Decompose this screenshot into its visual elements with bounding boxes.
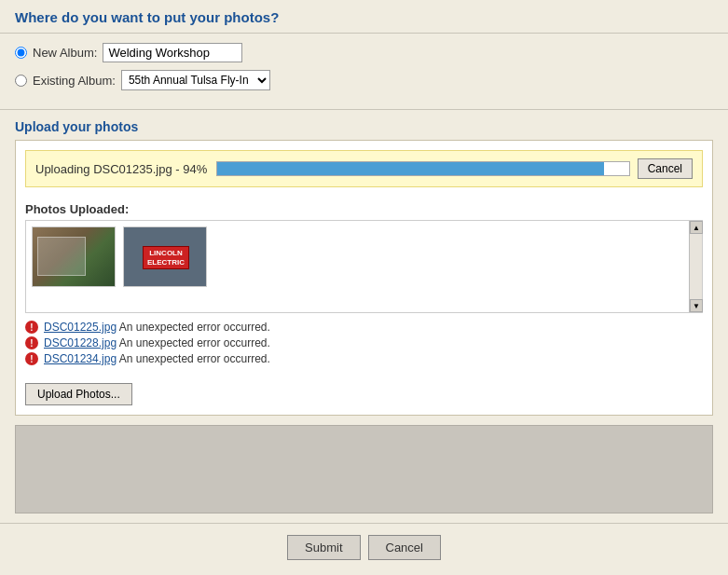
upload-photos-button[interactable]: Upload Photos... bbox=[25, 383, 132, 405]
thumbnails-scrollbar[interactable]: ▲ ▼ bbox=[689, 221, 702, 312]
error-filename[interactable]: DSC01228.jpg bbox=[44, 336, 117, 349]
footer-buttons: Submit Cancel bbox=[0, 523, 728, 575]
upload-panel: Uploading DSC01235.jpg - 94% Cancel Phot… bbox=[15, 140, 713, 416]
page-wrapper: Where do you want to put your photos? Ne… bbox=[0, 0, 728, 575]
progress-bar-fill bbox=[217, 162, 604, 175]
submit-button[interactable]: Submit bbox=[287, 535, 360, 560]
album-section: New Album: Existing Album: 55th Annual T… bbox=[0, 34, 728, 110]
error-icon: ! bbox=[25, 336, 38, 349]
thumb-img-2: LINCOLN ELECTRIC bbox=[124, 227, 207, 287]
error-icon: ! bbox=[25, 352, 38, 365]
error-item: ! DSC01225.jpg An unexpected error occur… bbox=[25, 321, 703, 334]
thumbnails-area: LINCOLN ELECTRIC ▲ ▼ bbox=[25, 220, 703, 313]
scroll-down-arrow[interactable]: ▼ bbox=[690, 299, 703, 312]
error-item: ! DSC01234.jpg An unexpected error occur… bbox=[25, 352, 703, 365]
thumbnail-1 bbox=[32, 226, 116, 287]
progress-bar-container bbox=[216, 161, 629, 176]
existing-select-wrapper: 55th Annual Tulsa Fly-In bbox=[121, 70, 270, 90]
error-list: ! DSC01225.jpg An unexpected error occur… bbox=[16, 313, 712, 376]
error-item: ! DSC01228.jpg An unexpected error occur… bbox=[25, 336, 703, 349]
existing-album-select[interactable]: 55th Annual Tulsa Fly-In bbox=[121, 70, 270, 90]
upload-section-header: Upload your photos bbox=[0, 110, 728, 140]
new-album-label: New Album: bbox=[33, 46, 97, 60]
main-question: Where do you want to put your photos? bbox=[15, 9, 279, 25]
thumb-img-1 bbox=[33, 227, 116, 287]
new-album-input[interactable] bbox=[103, 43, 242, 62]
error-filename[interactable]: DSC01234.jpg bbox=[44, 352, 117, 365]
error-icon: ! bbox=[25, 321, 38, 334]
error-filename[interactable]: DSC01225.jpg bbox=[44, 321, 117, 334]
progress-label: Uploading DSC01235.jpg - 94% bbox=[35, 162, 207, 176]
question-header: Where do you want to put your photos? bbox=[0, 0, 728, 34]
new-album-radio[interactable] bbox=[15, 47, 27, 59]
existing-album-radio[interactable] bbox=[15, 75, 27, 87]
existing-album-row: Existing Album: 55th Annual Tulsa Fly-In bbox=[15, 70, 713, 90]
progress-row: Uploading DSC01235.jpg - 94% Cancel bbox=[25, 150, 703, 187]
existing-album-label: Existing Album: bbox=[33, 74, 116, 88]
gray-area bbox=[15, 425, 713, 513]
thumbnail-2: LINCOLN ELECTRIC bbox=[123, 226, 207, 287]
photos-uploaded-label: Photos Uploaded: bbox=[16, 197, 712, 220]
upload-section-title: Upload your photos bbox=[15, 119, 138, 134]
new-album-row: New Album: bbox=[15, 43, 713, 62]
cancel-upload-button[interactable]: Cancel bbox=[638, 158, 693, 179]
lincoln-sign: LINCOLN ELECTRIC bbox=[143, 246, 189, 269]
cancel-footer-button[interactable]: Cancel bbox=[368, 535, 441, 560]
scroll-up-arrow[interactable]: ▲ bbox=[690, 221, 703, 234]
